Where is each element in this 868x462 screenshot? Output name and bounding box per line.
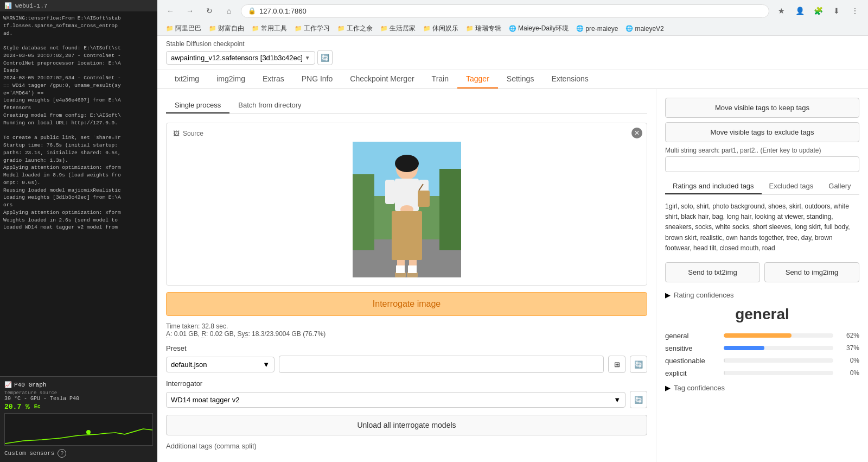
preset-value: default.json [171, 360, 207, 369]
svg-rect-8 [385, 180, 395, 204]
rating-bar-explicit: explicit 0% [665, 369, 859, 377]
nav-icons: ★ 👤 🧩 ⬇ ⋮ [774, 3, 863, 18]
move-to-exclude-button[interactable]: Move visible tags to exclude tags [665, 122, 859, 142]
menu-icon[interactable]: ⋮ [847, 3, 863, 18]
browser-chrome: ← → ↻ ⌂ 🔒 127.0.0.1:7860 ★ 👤 🧩 ⬇ ⋮ 📁阿里巴巴 [157, 0, 868, 36]
svg-point-6 [395, 155, 419, 172]
rating-pct-questionable: 0% [838, 357, 859, 364]
refresh-interrogator-button[interactable]: 🔄 [630, 391, 647, 408]
tab-tagger[interactable]: Tagger [457, 70, 498, 88]
move-to-keep-button[interactable]: Move visible tags to keep tags [665, 98, 859, 118]
gpu-percent: 20.7 % Ec [4, 403, 153, 411]
help-icon[interactable]: ? [58, 449, 66, 458]
reload-button[interactable]: ↻ [202, 3, 217, 18]
interrogate-image-button[interactable]: Interrogate image [166, 292, 647, 316]
right-panel: Move visible tags to keep tags Move visi… [656, 89, 868, 462]
svg-rect-4 [439, 169, 461, 250]
bookmark-alibaba[interactable]: 📁阿里巴巴 [163, 23, 205, 34]
tab-settings[interactable]: Settings [498, 70, 543, 88]
image-container [173, 142, 640, 277]
webui: Stable Diffusion checkpoint awpainting_v… [157, 36, 868, 462]
search-row: Multi string search: part1, part2.. (Ent… [665, 147, 859, 172]
svg-rect-18 [418, 191, 430, 207]
tags-tabs: Ratings and included tags Excluded tags … [665, 179, 859, 195]
rating-title: general [665, 306, 859, 323]
rating-confidences-section: ▶ Rating confidences general general 62% [665, 291, 859, 377]
tab-extras[interactable]: Extras [254, 70, 293, 88]
browser: ← → ↻ ⌂ 🔒 127.0.0.1:7860 ★ 👤 🧩 ⬇ ⋮ 📁阿里巴巴 [157, 0, 868, 462]
chevron-down-icon: ▼ [263, 360, 270, 369]
gpu-temp: Temperature source 39 °C - GPU - Tesla P… [4, 390, 153, 402]
rating-pct-explicit: 0% [838, 369, 859, 377]
rating-confidences-header[interactable]: ▶ Rating confidences [665, 291, 859, 299]
sub-tab-single-process[interactable]: Single process [166, 98, 229, 113]
image-upload-area[interactable]: 🖼 Source ✕ [166, 123, 647, 286]
rating-name-general: general [665, 332, 719, 340]
terminal-icon: 📊 [4, 2, 12, 9]
bookmark-tools[interactable]: 📁常用工具 [248, 23, 290, 34]
back-button[interactable]: ← [163, 3, 178, 18]
bookmark-entertainment[interactable]: 📁休闲娱乐 [420, 23, 462, 34]
tab-checkpoint-merger[interactable]: Checkpoint Merger [341, 70, 423, 88]
rating-bar-fill-general [724, 333, 792, 338]
bookmark-maieyev2[interactable]: 🌐maieyeV2 [622, 24, 667, 34]
bookmark-ruirui[interactable]: 📁瑞瑞专辑 [463, 23, 505, 34]
sub-tabs: Single process Batch from directory [166, 98, 647, 114]
bookmarks-bar: 📁阿里巴巴 📁财富自由 📁常用工具 📁工作学习 📁工作之余 📁生活居家 📁休闲娱… [157, 22, 868, 35]
terminal-panel: 📊 webui-1.7 WARNING:tensorflow:From E:\A… [0, 0, 157, 462]
bookmark-home[interactable]: 📁生活居家 [377, 23, 419, 34]
send-buttons: Send to txt2img Send to img2img [665, 262, 859, 282]
rating-pct-general: 62% [838, 332, 859, 339]
source-image [353, 142, 461, 277]
gpu-graph [4, 413, 153, 446]
tag-confidences-header[interactable]: ▶ Tag confidences [665, 384, 859, 392]
sub-tab-batch-directory[interactable]: Batch from directory [229, 98, 310, 113]
grid-icon-button[interactable]: ⊞ [608, 356, 626, 373]
custom-sensors[interactable]: Custom sensors ? [4, 449, 153, 458]
search-label: Multi string search: part1, part2.. (Ent… [665, 147, 859, 154]
search-input[interactable] [665, 156, 859, 172]
bookmark-wealth[interactable]: 📁财富自由 [206, 23, 247, 34]
checkpoint-dropdown[interactable]: awpainting_v12.safetensors [3d1b3c42ec] … [166, 51, 315, 65]
extensions-icon[interactable]: 🧩 [810, 3, 826, 18]
interrogator-dropdown[interactable]: WD14 moat tagger v2 ▼ [166, 392, 626, 408]
tags-tab-excluded[interactable]: Excluded tags [762, 179, 821, 194]
image-close-button[interactable]: ✕ [631, 128, 642, 138]
tab-extensions[interactable]: Extensions [542, 70, 597, 88]
rating-name-questionable: questionable [665, 357, 719, 365]
bookmark-icon[interactable]: ★ [774, 3, 789, 18]
download-icon[interactable]: ⬇ [829, 3, 844, 18]
tags-tab-ratings[interactable]: Ratings and included tags [665, 179, 762, 194]
rating-name-explicit: explicit [665, 369, 719, 377]
interrogator-value: WD14 moat tagger v2 [171, 396, 239, 404]
gpu-widget: 📈 P40 Graph Temperature source 39 °C - G… [0, 376, 157, 462]
home-button[interactable]: ⌂ [221, 3, 237, 18]
forward-button[interactable]: → [182, 3, 197, 18]
send-to-img2img-button[interactable]: Send to img2img [764, 262, 859, 282]
bookmark-pre-maieye[interactable]: 🌐pre-maieye [573, 24, 621, 34]
preset-text-input[interactable] [279, 356, 604, 373]
bookmark-study[interactable]: 📁工作学习 [291, 23, 333, 34]
triangle-icon-tags: ▶ [665, 384, 671, 392]
address-bar[interactable]: 🔒 127.0.0.1:7860 [241, 4, 769, 18]
preset-dropdown[interactable]: default.json ▼ [166, 357, 275, 372]
send-to-txt2img-button[interactable]: Send to txt2img [665, 262, 760, 282]
info-row: Time taken: 32.8 sec. A: 0.01 GB, R: 0.0… [166, 322, 647, 338]
tab-img2img[interactable]: img2img [208, 70, 254, 88]
tags-text: 1girl, solo, shirt, photo background, sh… [665, 201, 859, 254]
refresh-preset-button[interactable]: 🔄 [630, 356, 647, 373]
svg-rect-3 [353, 174, 374, 250]
unload-models-button[interactable]: Unload all interrogate models [166, 415, 647, 435]
tags-tab-gallery[interactable]: Gallery [821, 179, 858, 194]
profile-icon[interactable]: 👤 [792, 3, 807, 18]
tab-train[interactable]: Train [423, 70, 457, 88]
refresh-checkpoint-button[interactable]: 🔄 [317, 50, 333, 65]
rating-name-sensitive: sensitive [665, 344, 719, 352]
terminal-line: WARNING:tensorflow:From E:\AISoft\stab t… [3, 15, 154, 231]
rating-bar-bg-general [724, 333, 833, 338]
tab-txt2img[interactable]: txt2img [166, 70, 208, 88]
tab-png-info[interactable]: PNG Info [293, 70, 342, 88]
main-content: Single process Batch from directory 🖼 So… [157, 89, 868, 462]
bookmark-maieye-daily[interactable]: 🌐Maieye-Daily环境 [506, 23, 572, 34]
bookmark-leisure-work[interactable]: 📁工作之余 [334, 23, 376, 34]
